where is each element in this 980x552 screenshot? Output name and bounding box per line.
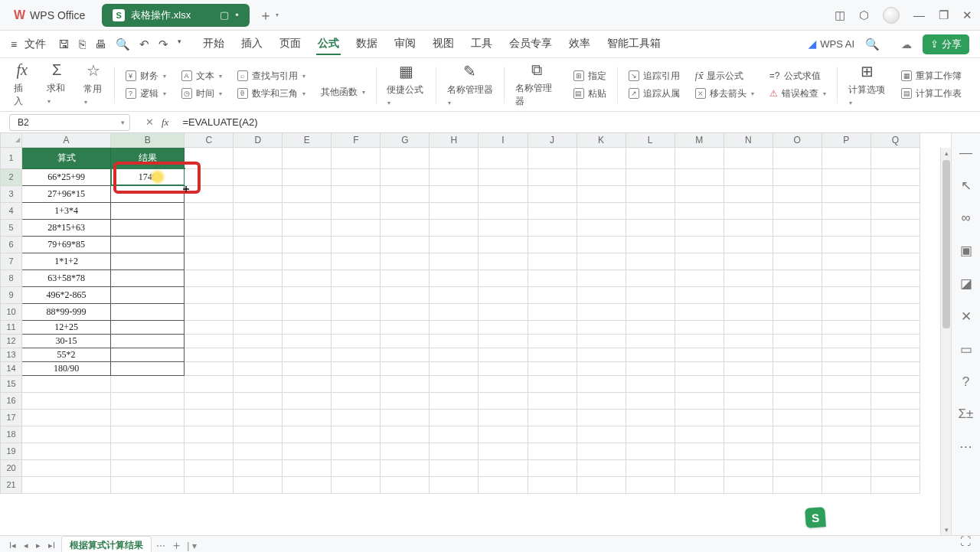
column-headers[interactable]: ◢ABCDEFGHIJKLMNOPQ	[1, 133, 920, 147]
cell-D9[interactable]	[234, 286, 283, 303]
cell-G17[interactable]	[381, 409, 430, 426]
cell-D7[interactable]	[234, 253, 283, 269]
cell-O18[interactable]	[773, 426, 822, 443]
cell-G10[interactable]	[381, 303, 430, 320]
cell-I12[interactable]	[479, 334, 528, 348]
cell-A15[interactable]	[22, 375, 111, 392]
cell-B2[interactable]: 1749	[111, 168, 185, 185]
cell-B6[interactable]	[111, 236, 185, 253]
cell-I2[interactable]	[479, 168, 528, 185]
cell-B14[interactable]	[111, 361, 185, 375]
cell-Q19[interactable]	[871, 443, 920, 459]
menu-tab-5[interactable]: 审阅	[393, 34, 417, 55]
cell-O20[interactable]	[773, 459, 822, 476]
cell-I3[interactable]	[479, 185, 528, 202]
logic-button[interactable]: ?逻辑▾	[126, 87, 166, 100]
cell-I15[interactable]	[479, 375, 528, 392]
cell-E13[interactable]	[283, 348, 332, 361]
cell-M18[interactable]	[675, 426, 724, 443]
cell-H15[interactable]	[430, 375, 479, 392]
row-header-9[interactable]: 9	[1, 286, 22, 303]
sheet-first-icon[interactable]: I◂	[8, 541, 18, 550]
select-icon[interactable]: ↖	[961, 178, 972, 194]
cell-F15[interactable]	[332, 375, 381, 392]
cell-M16[interactable]	[675, 392, 724, 409]
cell-Q11[interactable]	[871, 320, 920, 334]
cell-M20[interactable]	[675, 459, 724, 476]
cancel-formula-icon[interactable]: ✕	[145, 116, 154, 129]
cell-C1[interactable]	[185, 147, 234, 168]
cell-F1[interactable]	[332, 147, 381, 168]
cell-K4[interactable]	[577, 202, 626, 219]
cell-N20[interactable]	[724, 459, 773, 476]
cell-C16[interactable]	[185, 392, 234, 409]
cell-H3[interactable]	[430, 185, 479, 202]
cell-P15[interactable]	[822, 375, 871, 392]
date-button[interactable]: ◷时间▾	[181, 87, 222, 100]
cell-H18[interactable]	[430, 426, 479, 443]
cell-Q16[interactable]	[871, 392, 920, 409]
cell-F2[interactable]	[332, 168, 381, 185]
cell-A20[interactable]	[22, 459, 111, 476]
cell-N4[interactable]	[724, 202, 773, 219]
cell-N1[interactable]	[724, 147, 773, 168]
cell-D3[interactable]	[234, 185, 283, 202]
cell-D20[interactable]	[234, 459, 283, 476]
row-header-10[interactable]: 10	[1, 303, 22, 320]
cell-E7[interactable]	[283, 253, 332, 269]
sum-button[interactable]: Σ求和▾	[44, 61, 70, 108]
cell-G6[interactable]	[381, 236, 430, 253]
cell-J17[interactable]	[528, 409, 577, 426]
sheet-next-icon[interactable]: ▸	[34, 541, 42, 550]
cell-F9[interactable]	[332, 286, 381, 303]
cell-B9[interactable]	[111, 286, 185, 303]
cell-P6[interactable]	[822, 236, 871, 253]
cell-K19[interactable]	[577, 443, 626, 459]
cell-L5[interactable]	[626, 219, 675, 236]
row-header-5[interactable]: 5	[1, 219, 22, 236]
col-header-I[interactable]: I	[479, 133, 528, 147]
cell-N18[interactable]	[724, 426, 773, 443]
cell-A2[interactable]: 66*25+99	[22, 168, 111, 185]
row-header-2[interactable]: 2	[1, 168, 22, 185]
fx-button-icon[interactable]: fx	[162, 116, 168, 129]
cell-G1[interactable]	[381, 147, 430, 168]
add-sheet-icon[interactable]: ＋	[171, 538, 182, 552]
sheet-last-icon[interactable]: ▸I	[47, 541, 57, 550]
common-button[interactable]: ☆常用▾	[80, 61, 106, 108]
cell-G8[interactable]	[381, 269, 430, 286]
cell-D13[interactable]	[234, 348, 283, 361]
show-formula-button[interactable]: fx̄显示公式	[695, 70, 754, 83]
window-maximize-button[interactable]: ❐	[939, 8, 949, 22]
hamburger-icon[interactable]: ≡	[11, 38, 17, 51]
cell-O17[interactable]	[773, 409, 822, 426]
cell-D2[interactable]	[234, 168, 283, 185]
cell-Q20[interactable]	[871, 459, 920, 476]
cell-A6[interactable]: 79+69*85	[22, 236, 111, 253]
share-button[interactable]: ⇪ 分享	[923, 34, 969, 54]
cell-M8[interactable]	[675, 269, 724, 286]
cell-D11[interactable]	[234, 320, 283, 334]
cell-Q6[interactable]	[871, 236, 920, 253]
cell-F20[interactable]	[332, 459, 381, 476]
cell-B16[interactable]	[111, 392, 185, 409]
cell-J21[interactable]	[528, 476, 577, 493]
cell-E5[interactable]	[283, 219, 332, 236]
cell-H9[interactable]	[430, 286, 479, 303]
cell-K1[interactable]	[577, 147, 626, 168]
calc-sheet-button[interactable]: ▤计算工作表	[901, 87, 962, 100]
cell-G12[interactable]	[381, 334, 430, 348]
window-close-button[interactable]: ✕	[962, 8, 972, 22]
cell-J4[interactable]	[528, 202, 577, 219]
cell-E17[interactable]	[283, 409, 332, 426]
cell-C20[interactable]	[185, 459, 234, 476]
cell-P18[interactable]	[822, 426, 871, 443]
cell-C5[interactable]	[185, 219, 234, 236]
cell-J14[interactable]	[528, 361, 577, 375]
row-header-15[interactable]: 15	[1, 375, 22, 392]
cell-A5[interactable]: 28*15+63	[22, 219, 111, 236]
col-header-M[interactable]: M	[675, 133, 724, 147]
row-header-7[interactable]: 7	[1, 253, 22, 269]
cell-F17[interactable]	[332, 409, 381, 426]
cell-P2[interactable]	[822, 168, 871, 185]
